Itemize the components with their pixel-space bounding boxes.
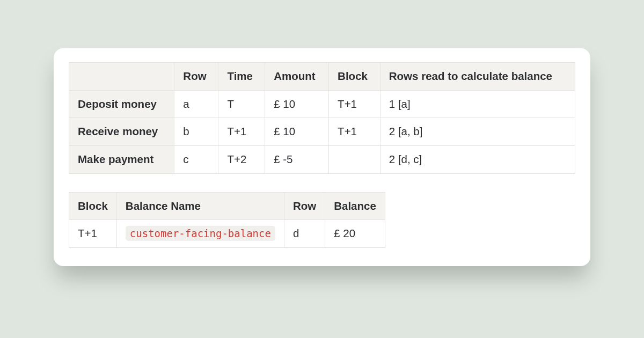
cell-row: c [174,145,218,173]
cell-time: T+2 [218,145,265,173]
cell-time: T+1 [218,118,265,146]
col-spacer [69,63,174,91]
col-block: Block [329,63,380,91]
cell-block: T+1 [69,220,117,248]
row-label: Make payment [69,145,174,173]
table-row: Receive money b T+1 £ 10 T+1 2 [a, b] [69,118,575,146]
table-row: T+1 customer-facing-balance d £ 20 [69,220,385,248]
cell-balance: £ 20 [325,220,385,248]
row-label: Deposit money [69,90,174,118]
row-label: Receive money [69,118,174,146]
table-header-row: Row Time Amount Block Rows read to calcu… [69,63,575,91]
balances-table: Block Balance Name Row Balance T+1 custo… [69,192,385,248]
cell-reads: 2 [d, c] [380,145,575,173]
col-row: Row [174,63,218,91]
cell-amount: £ 10 [265,118,329,146]
col-row: Row [284,192,325,220]
card: Row Time Amount Block Rows read to calcu… [54,48,590,266]
cell-block: T+1 [329,90,380,118]
cell-reads: 2 [a, b] [380,118,575,146]
transactions-table: Row Time Amount Block Rows read to calcu… [69,62,575,174]
cell-block [329,145,380,173]
cell-row: b [174,118,218,146]
col-reads: Rows read to calculate balance [380,63,575,91]
spacer [69,174,575,192]
table-header-row: Block Balance Name Row Balance [69,192,385,220]
cell-time: T [218,90,265,118]
cell-row: a [174,90,218,118]
col-time: Time [218,63,265,91]
cell-amount: £ -5 [265,145,329,173]
cell-row: d [284,220,325,248]
col-block: Block [69,192,117,220]
cell-block: T+1 [329,118,380,146]
cell-balance-name: customer-facing-balance [116,220,284,248]
table-row: Deposit money a T £ 10 T+1 1 [a] [69,90,575,118]
table-row: Make payment c T+2 £ -5 2 [d, c] [69,145,575,173]
balance-name-code: customer-facing-balance [126,226,275,241]
col-balance-name: Balance Name [116,192,284,220]
cell-amount: £ 10 [265,90,329,118]
cell-reads: 1 [a] [380,90,575,118]
col-amount: Amount [265,63,329,91]
col-balance: Balance [325,192,385,220]
